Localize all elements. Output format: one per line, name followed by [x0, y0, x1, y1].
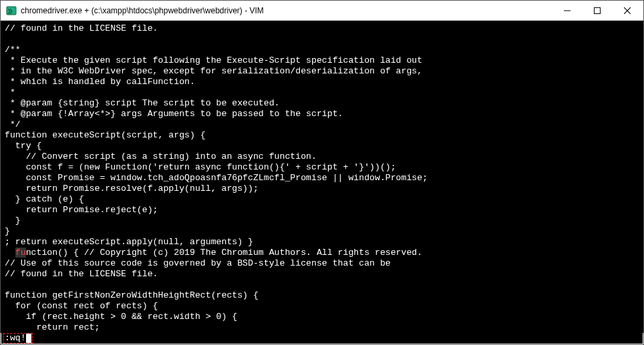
minimize-icon	[564, 7, 571, 14]
window-titlebar: chromedriver.exe + (c:\xampp\htdocs\phpw…	[1, 1, 643, 21]
command-text: :wq!	[5, 332, 26, 344]
close-button[interactable]	[612, 1, 642, 20]
code-line: * Execute the given script following the…	[5, 55, 639, 66]
code-line: } catch (e) {	[5, 194, 639, 205]
window-controls	[552, 1, 642, 20]
code-line: // Use of this source code is governed b…	[5, 258, 639, 269]
code-line	[5, 280, 639, 290]
maximize-icon	[594, 7, 601, 14]
cursor-block	[26, 334, 31, 343]
code-line: function() { // Copyright (c) 2019 The C…	[5, 248, 639, 258]
code-line: * @param {string} script The script to b…	[5, 98, 639, 109]
code-line: function getFirstNonZeroWidthHeightRect(…	[5, 290, 639, 301]
code-line: ; return executeScript.apply(null, argum…	[5, 237, 639, 248]
code-line: if (rect.height > 0 && rect.width > 0) {	[5, 312, 639, 322]
code-line: // found in the LICENSE file.	[5, 269, 639, 280]
code-line: const f = (new Function('return async fu…	[5, 162, 639, 173]
editor-area[interactable]: // found in the LICENSE file. /** * Exec…	[1, 21, 643, 333]
code-line: // found in the LICENSE file.	[5, 23, 639, 34]
close-icon	[624, 7, 631, 14]
code-line: // Convert script (as a string) into an …	[5, 151, 639, 162]
code-line: * which is handled by callFunction.	[5, 77, 639, 87]
code-line: * @param {!Array<*>} args Arguments to b…	[5, 109, 639, 119]
code-line: return Promise.reject(e);	[5, 205, 639, 216]
code-line: }	[5, 216, 639, 226]
command-highlight: :wq!	[3, 333, 33, 344]
maximize-button[interactable]	[582, 1, 612, 20]
code-line: const Promise = window.tch_adoQpoasnfa76…	[5, 173, 639, 184]
code-line: return rect;	[5, 322, 639, 333]
app-icon	[6, 5, 17, 16]
minimize-button[interactable]	[552, 1, 582, 20]
code-line: */	[5, 119, 639, 130]
code-line: try {	[5, 141, 639, 151]
code-line: /**	[5, 45, 639, 55]
code-line: }	[5, 226, 639, 237]
vim-command-line[interactable]: :wq!	[1, 332, 643, 344]
code-line: for (const rect of rects) {	[5, 301, 639, 312]
code-line: *	[5, 87, 639, 98]
highlighted-token: fu	[15, 248, 26, 258]
code-line: return Promise.resolve(f.apply(null, arg…	[5, 184, 639, 194]
window-title: chromedriver.exe + (c:\xampp\htdocs\phpw…	[21, 6, 552, 15]
code-line: * in the W3C WebDriver spec, except for …	[5, 66, 639, 77]
code-line: function executeScript(script, args) {	[5, 130, 639, 141]
svg-rect-2	[594, 7, 600, 13]
code-line	[5, 34, 639, 45]
